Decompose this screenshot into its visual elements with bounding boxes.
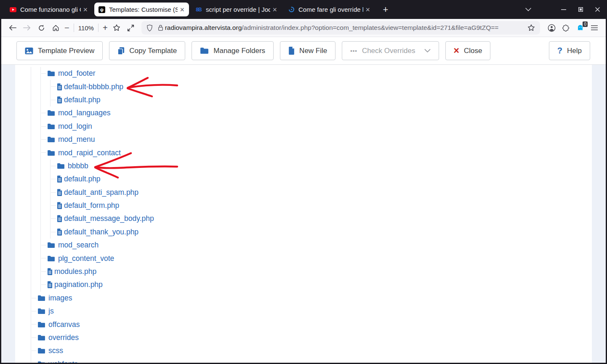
- tree-item[interactable]: webfonts: [31, 358, 592, 363]
- folder-icon: [57, 163, 65, 169]
- page-content: mod_footerdefault-bbbbb.phpdefault.phpmo…: [1, 65, 606, 363]
- folder-icon: [37, 335, 45, 341]
- account-icon[interactable]: [544, 21, 559, 35]
- tree-item[interactable]: default_anti_spam.php: [51, 186, 592, 199]
- tree-item-label: default_anti_spam.php: [64, 188, 138, 197]
- tab-title: Templates: Customise (Sha: [109, 6, 178, 13]
- menu-hamburger-icon[interactable]: [587, 21, 602, 35]
- tree-item-label: offcanvas: [48, 320, 80, 329]
- button-label: Help: [567, 47, 582, 55]
- tree-item-label: webfonts: [48, 360, 78, 363]
- tree-item[interactable]: plg_content_vote: [41, 252, 592, 265]
- zoom-level[interactable]: 110%: [78, 24, 94, 32]
- tree-item[interactable]: mod_footer: [41, 67, 592, 80]
- url-path: /administrator/index.php?option=com_temp…: [242, 24, 498, 32]
- tree-item-label: default.php: [64, 175, 101, 183]
- tree-item[interactable]: scss: [31, 344, 592, 357]
- tree-item[interactable]: pagination.php: [41, 278, 592, 291]
- back-icon[interactable]: [5, 21, 20, 35]
- file-icon: [47, 268, 53, 275]
- folder-icon: [47, 123, 55, 130]
- tree-item[interactable]: offcanvas: [31, 318, 592, 331]
- bookmark-page-star-icon[interactable]: [527, 24, 535, 32]
- manage-folders-button[interactable]: Manage Folders: [192, 41, 274, 60]
- tab-title: Come fare gli override lingu: [298, 6, 363, 13]
- tab-close-icon[interactable]: ×: [364, 6, 371, 13]
- tree-item[interactable]: default_thank_you.php: [51, 226, 592, 239]
- browser-tab[interactable]: Come fare gli override lingu×: [284, 3, 375, 16]
- zoom-controls: − 110% +: [64, 24, 108, 32]
- tab-close-icon[interactable]: ×: [178, 6, 186, 13]
- new-file-button[interactable]: New File: [280, 41, 335, 60]
- folder-icon: [47, 70, 55, 77]
- chevron-down-icon: [420, 49, 431, 53]
- copy-template-button[interactable]: Copy Template: [109, 41, 185, 60]
- tree-item[interactable]: overrides: [31, 331, 592, 344]
- template-preview-button[interactable]: Template Preview: [16, 41, 103, 60]
- tab-bar: Come funzionano gli OVER×ψTemplates: Cus…: [1, 0, 606, 19]
- folder-icon: [47, 255, 55, 262]
- tree-item-label: js: [48, 307, 54, 316]
- browser-tab[interactable]: ψTemplates: Customise (Sha×: [94, 3, 189, 16]
- tab-close-icon[interactable]: ×: [271, 6, 278, 13]
- copy-icon: [117, 47, 125, 55]
- dots-icon: •••: [350, 48, 357, 54]
- minimize-button[interactable]: [555, 3, 572, 16]
- tree-item-label: pagination.php: [54, 280, 103, 289]
- tree-item[interactable]: default-bbbbb.php: [51, 80, 592, 93]
- navigation-toolbar: − 110% + radiovampira.altervista.org/adm…: [1, 19, 606, 37]
- ghostery-extension-icon[interactable]: 0: [573, 21, 587, 35]
- tree-item-label: overrides: [48, 333, 79, 342]
- tree-item-label: mod_search: [58, 241, 99, 250]
- tree-item[interactable]: default.php: [51, 173, 592, 186]
- home-icon[interactable]: [48, 21, 63, 35]
- tree-item[interactable]: mod_login: [41, 120, 592, 133]
- tree-item[interactable]: modules.php: [41, 265, 592, 278]
- close-window-button[interactable]: [589, 3, 606, 16]
- tree-item[interactable]: js: [31, 305, 592, 318]
- tree-item-label: default_thank_you.php: [64, 228, 138, 236]
- extensions-puzzle-icon[interactable]: [559, 21, 573, 35]
- tree-item[interactable]: bbbbb: [51, 159, 592, 173]
- browser-window: Come funzionano gli OVER×ψTemplates: Cus…: [1, 0, 606, 363]
- zoom-out-icon[interactable]: −: [64, 24, 69, 32]
- fullscreen-icon[interactable]: [124, 21, 138, 35]
- zoom-in-icon[interactable]: +: [103, 24, 108, 32]
- site-favicon: ψ: [99, 6, 105, 13]
- list-all-tabs-icon[interactable]: [520, 3, 537, 16]
- reload-icon[interactable]: [34, 21, 48, 35]
- tree-item[interactable]: default_message_body.php: [51, 212, 592, 225]
- swirl-favicon: [288, 6, 295, 13]
- bookmark-star-icon[interactable]: [109, 21, 124, 35]
- tree-item-label: mod_footer: [58, 69, 96, 78]
- url-bar[interactable]: radiovampira.altervista.org/administrato…: [141, 21, 540, 35]
- tracking-shield-icon[interactable]: [146, 24, 153, 32]
- help-button[interactable]: ?Help: [549, 41, 590, 60]
- tree-item-label: mod_menu: [58, 135, 95, 144]
- tree-item[interactable]: mod_languages: [41, 106, 592, 120]
- tree-item[interactable]: mod_rapid_contact: [41, 146, 592, 159]
- forward-icon[interactable]: [20, 21, 34, 35]
- folder-icon: [200, 47, 209, 54]
- browser-tab[interactable]: Come funzionano gli OVER×: [5, 3, 92, 16]
- tree-item-label: modules.php: [54, 267, 96, 276]
- new-tab-button[interactable]: +: [379, 3, 392, 16]
- close-x-icon: ×: [454, 46, 459, 55]
- tree-item[interactable]: mod_menu: [41, 133, 592, 146]
- tree-item[interactable]: default.php: [51, 93, 592, 106]
- check-overrides-button[interactable]: •••Check Overrides: [342, 41, 439, 60]
- lock-icon[interactable]: [158, 24, 163, 31]
- browser-tab[interactable]: 8Bscript per override | Jooml×: [191, 3, 282, 16]
- file-icon: [57, 215, 62, 222]
- tree-item[interactable]: default_form.php: [51, 199, 592, 212]
- tree-item[interactable]: images: [31, 292, 592, 305]
- forum-8b-icon: 8B: [195, 6, 202, 13]
- file-icon: [57, 83, 62, 90]
- file-tree: mod_footerdefault-bbbbb.phpdefault.phpmo…: [31, 65, 592, 363]
- close-button[interactable]: ×Close: [445, 41, 491, 60]
- maximize-button[interactable]: [572, 3, 589, 16]
- tree-item[interactable]: mod_search: [41, 239, 592, 252]
- window-controls: [520, 3, 606, 16]
- tab-close-icon[interactable]: ×: [82, 6, 89, 13]
- folder-icon: [47, 136, 55, 143]
